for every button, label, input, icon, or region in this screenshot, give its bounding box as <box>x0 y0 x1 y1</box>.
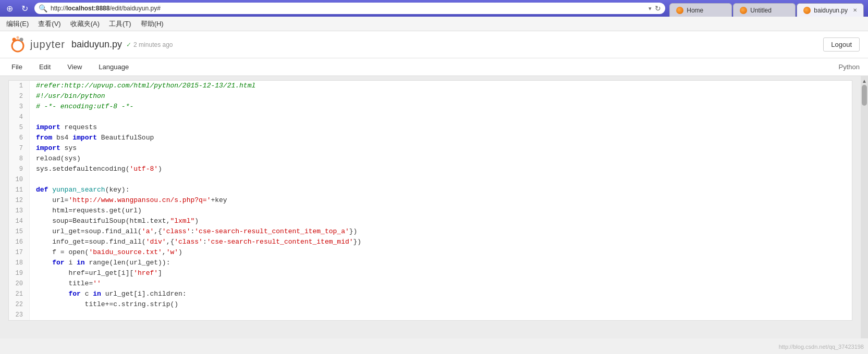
code-token-string: 'cse-search-result_content_item_mid' <box>207 238 353 246</box>
line-content: sys.setdefaultencoding('utf-8') <box>30 164 162 174</box>
saved-checkmark: ✓ <box>126 41 131 48</box>
line-content: html=requests.get(url) <box>30 206 142 216</box>
code-token-string: 'href' <box>133 269 158 277</box>
saved-time: 2 minutes ago <box>133 41 173 48</box>
scrollbar-track[interactable]: ▲ <box>861 76 868 338</box>
menu-view[interactable]: 查看(V) <box>34 18 65 30</box>
line-content: #refer:http://upvup.com/html/python/2015… <box>30 81 255 91</box>
line-content: # -*- encoding:utf-8 -*- <box>30 102 133 112</box>
code-token-normal: range(len(url_get)): <box>85 259 170 267</box>
loading-icon: ↻ <box>19 3 30 15</box>
code-token-function: yunpan_search <box>52 186 105 194</box>
line-content <box>30 310 36 320</box>
table-row: 22 title+=c.string.strip() <box>9 299 852 310</box>
code-token-normal: BeautifulSoup <box>97 134 154 142</box>
browser-title-bar: ⊕ ↻ 🔍 http://localhost:8888/edit/baiduyu… <box>0 0 868 17</box>
url-path: /edit/baiduyun.py# <box>109 5 160 12</box>
menu-view[interactable]: View <box>64 61 85 73</box>
address-bar[interactable]: 🔍 http://localhost:8888/edit/baiduyun.py… <box>34 3 665 14</box>
line-content: title+=c.string.strip() <box>30 299 178 310</box>
code-token-normal: }) <box>349 227 358 235</box>
code-token-string: 'http://www.wangpansou.cn/s.php?q=' <box>68 196 211 204</box>
table-row: 15 url_get=soup.find_all('a',{'class':'c… <box>9 226 852 237</box>
code-token-normal: title+=c.string.strip() <box>36 300 178 308</box>
tab-baiduyun[interactable]: baiduyun.py ✕ <box>797 3 864 17</box>
line-number: 12 <box>9 195 30 206</box>
scroll-up-arrow[interactable]: ▲ <box>861 77 868 85</box>
line-number: 23 <box>9 310 30 320</box>
code-token-keyword: import <box>72 134 97 142</box>
line-number: 17 <box>9 247 30 258</box>
menu-language[interactable]: Language <box>95 61 132 73</box>
code-token-keyword: for <box>36 290 81 298</box>
scrollbar-thumb[interactable] <box>862 85 867 106</box>
code-editor[interactable]: 1#refer:http://upvup.com/html/python/201… <box>0 76 861 338</box>
table-row: 9sys.setdefaultencoding('utf-8') <box>9 164 852 174</box>
table-row: 19 href=url_get[i]['href'] <box>9 268 852 279</box>
back-button[interactable]: ⊕ <box>4 3 15 15</box>
line-content: import sys <box>30 143 77 154</box>
line-number: 6 <box>9 133 30 143</box>
line-number: 13 <box>9 206 30 216</box>
table-row: 23 <box>9 310 852 320</box>
line-number: 7 <box>9 143 30 154</box>
logout-button[interactable]: Logout <box>823 37 860 52</box>
table-row: 7import sys <box>9 143 852 154</box>
code-token-normal: title= <box>36 280 93 287</box>
table-row: 20 title='' <box>9 279 852 289</box>
svg-point-2 <box>20 37 23 41</box>
line-number: 15 <box>9 226 30 237</box>
tab-icon-untitled <box>740 7 747 14</box>
line-number: 1 <box>9 81 30 91</box>
tab-home[interactable]: Home <box>669 3 732 17</box>
menu-edit[interactable]: Edit <box>36 61 54 73</box>
menu-favorites[interactable]: 收藏夹(A) <box>66 18 104 30</box>
dropdown-arrow[interactable]: ▾ <box>649 5 652 12</box>
code-token-normal: f = open( <box>36 248 89 256</box>
line-number: 3 <box>9 102 30 112</box>
line-content: info_get=soup.find_all('div',{'class':'c… <box>30 237 361 247</box>
code-token-normal: sys <box>60 144 77 152</box>
menu-tools[interactable]: 工具(T) <box>105 18 136 30</box>
table-row: 8reload(sys) <box>9 154 852 164</box>
line-number: 10 <box>9 174 30 185</box>
table-row: 16 info_get=soup.find_all('div',{'class'… <box>9 237 852 247</box>
code-token-normal: bs4 <box>52 134 72 142</box>
code-token-normal: : <box>203 238 207 246</box>
line-number: 5 <box>9 122 30 133</box>
notebook-filename[interactable]: baiduyun.py <box>71 39 122 50</box>
tab-untitled[interactable]: Untitled <box>733 3 796 17</box>
table-row: 4 <box>9 112 852 122</box>
code-token-normal: }) <box>353 238 362 246</box>
code-token-keyword: in <box>77 259 85 267</box>
svg-point-0 <box>12 40 23 52</box>
code-token-comment: #!/usr/bin/python <box>36 92 105 100</box>
code-token-keyword: from <box>36 134 52 142</box>
code-token-normal: url_get=soup.find_all( <box>36 227 142 235</box>
svg-point-3 <box>17 36 19 39</box>
code-token-keyword: def <box>36 186 48 194</box>
line-number: 19 <box>9 268 30 279</box>
code-container[interactable]: 1#refer:http://upvup.com/html/python/201… <box>8 80 852 321</box>
code-token-keyword: in <box>93 290 101 298</box>
code-token-string: 'utf-8' <box>129 165 158 173</box>
line-content: url='http://www.wangpansou.cn/s.php?q='+… <box>30 195 227 206</box>
table-row: 5import requests <box>9 122 852 133</box>
code-token-normal: +key <box>211 196 227 204</box>
menu-help[interactable]: 帮助(H) <box>137 18 168 30</box>
line-number: 20 <box>9 279 30 289</box>
tab-icon-baiduyun <box>803 7 811 14</box>
code-token-string: "lxml" <box>170 217 194 225</box>
table-row: 18 for i in range(len(url_get)): <box>9 258 852 268</box>
code-token-normal: requests <box>60 123 97 131</box>
table-row: 2#!/usr/bin/python <box>9 91 852 102</box>
code-token-normal: ) <box>158 165 162 173</box>
tab-label-untitled: Untitled <box>750 7 772 14</box>
code-token-keyword: import <box>36 144 60 152</box>
menu-edit[interactable]: 编辑(E) <box>2 18 33 30</box>
tab-close-button[interactable]: ✕ <box>853 7 857 13</box>
menu-file[interactable]: File <box>8 61 26 73</box>
table-row: 11def yunpan_search(key): <box>9 185 852 195</box>
code-token-comment: #refer:http://upvup.com/html/python/2015… <box>36 82 255 90</box>
refresh-button[interactable]: ↻ <box>655 4 661 12</box>
